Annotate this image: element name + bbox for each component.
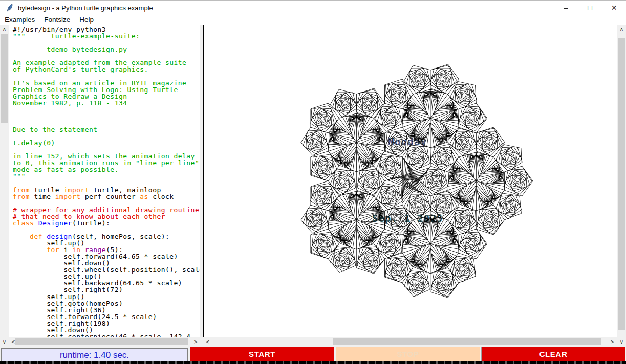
menu-item-help[interactable]: Help (75, 15, 98, 25)
scroll-up-arrow-icon[interactable]: ∧ (617, 25, 626, 33)
canvas-vertical-scrollbar[interactable]: ∧ ∨ (617, 25, 626, 346)
canvas-horizontal-scrollbar[interactable]: < > (203, 337, 617, 346)
scroll-left-arrow-icon[interactable]: < (203, 337, 212, 346)
turtle-canvas-area: Monday Sep. 1 2025 (203, 25, 616, 337)
scroll-up-arrow-icon[interactable]: ∧ (0, 25, 9, 33)
scroll-down-arrow-icon[interactable]: ∨ (0, 337, 9, 346)
menu-item-examples[interactable]: Examples (0, 15, 39, 25)
code-text: #!/usr/bin/env python3""" turtle-example… (9, 25, 200, 337)
scroll-right-arrow-icon[interactable]: > (191, 337, 200, 346)
maximize-button[interactable]: □ (578, 0, 602, 15)
canvas-hscroll-thumb[interactable] (333, 338, 601, 345)
minimize-button[interactable]: – (554, 0, 578, 15)
code-vscroll-thumb[interactable] (1, 34, 8, 123)
clear-button[interactable]: CLEAR (481, 347, 625, 361)
code-hscroll-thumb[interactable] (15, 338, 188, 345)
tk-feather-icon (6, 4, 14, 12)
window-title: bytedesign - a Python turtle graphics ex… (18, 4, 153, 12)
code-editor[interactable]: #!/usr/bin/env python3""" turtle-example… (9, 25, 200, 337)
titlebar: bytedesign - a Python turtle graphics ex… (0, 0, 626, 15)
canvas-vscroll-thumb[interactable] (618, 38, 625, 330)
code-horizontal-scrollbar[interactable]: < > (9, 337, 200, 346)
bytedesign-drawing (204, 25, 616, 337)
code-vertical-scrollbar[interactable]: ∧ ∨ (0, 25, 9, 346)
status-bar: runtime: 1.40 sec. START STOP CLEAR (0, 346, 626, 361)
window-controls: – □ ✕ (554, 0, 626, 15)
window-bottom-edge (0, 361, 626, 364)
app-window: { "window": { "title": "bytedesign - a P… (0, 0, 626, 364)
menubar: Examples Fontsize Help (0, 15, 626, 25)
scroll-down-arrow-icon[interactable]: ∨ (617, 337, 626, 346)
start-button[interactable]: START (190, 347, 334, 361)
runtime-label: runtime: 1.40 sec. (1, 348, 188, 362)
menu-item-fontsize[interactable]: Fontsize (39, 15, 75, 25)
stop-button[interactable]: STOP (336, 347, 480, 361)
close-button[interactable]: ✕ (602, 0, 626, 15)
scroll-right-arrow-icon[interactable]: > (608, 337, 617, 346)
